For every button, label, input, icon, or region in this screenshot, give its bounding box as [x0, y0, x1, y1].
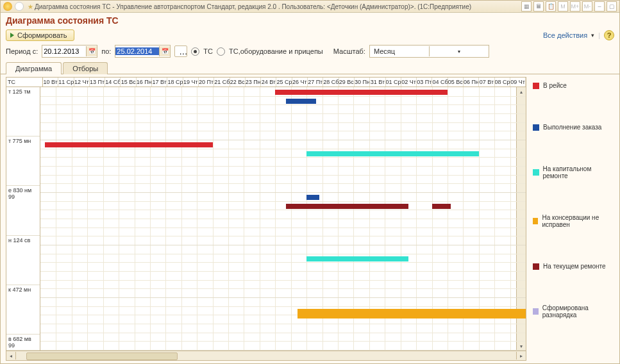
generate-label: Сформировать: [17, 31, 67, 39]
nav-back-icon[interactable]: [15, 2, 24, 11]
scale-select[interactable]: Месяц ▾: [369, 45, 489, 58]
timeline-col: 31 Вт: [370, 78, 385, 87]
scrollbar-horizontal[interactable]: ◂ ▸: [6, 351, 526, 360]
tb-m[interactable]: M: [558, 1, 568, 12]
tb-icon-3[interactable]: 📋: [546, 1, 556, 12]
gantt-bar[interactable]: [45, 142, 212, 147]
legend-label: В рейсе: [543, 82, 567, 89]
star-icon[interactable]: ★: [28, 3, 33, 10]
tb-icon-1[interactable]: ▦: [521, 1, 532, 12]
chevron-down-icon[interactable]: ▾: [591, 32, 594, 38]
minimize-icon[interactable]: –: [594, 1, 605, 12]
chart-container: ТС 10 Вт11 Ср12 Чт13 Пт14 Сб15 Вс16 Пн17…: [1, 74, 619, 363]
legend-label: Сформирована разнарядка: [542, 304, 614, 318]
row-head-label: ТС: [6, 78, 43, 87]
tab-bar: Диаграмма Отборы: [1, 62, 619, 74]
timeline-col: 23 Пн: [246, 78, 261, 87]
window-title: Диаграмма состояния ТС - Управление авто…: [35, 3, 471, 10]
main-toolbar: Сформировать Все действия ▾ | ?: [1, 27, 619, 44]
legend-item: На текущем ремонте: [533, 263, 614, 270]
tb-m-plus[interactable]: M+: [570, 1, 580, 12]
legend-label: Выполнение заказа: [543, 124, 601, 131]
timeline-col: 19 Чт: [183, 78, 199, 87]
tb-m-minus[interactable]: M-: [582, 1, 592, 12]
params-bar: Период с: 📅 по: 📅 … ТС ТС,оборудование и…: [1, 44, 619, 62]
timeline-col: 03 Пт: [417, 78, 432, 87]
gantt-bar[interactable]: [275, 90, 448, 95]
scroll-down-icon[interactable]: ▾: [517, 342, 526, 351]
scale-value: Месяц: [370, 47, 429, 55]
legend-label: На текущем ремонте: [543, 263, 606, 270]
timeline-col: 09 Чт: [510, 78, 526, 87]
page-title: Диаграмма состояния ТС: [6, 15, 614, 26]
gantt-bar[interactable]: [306, 256, 408, 261]
period-picker-button[interactable]: …: [174, 46, 187, 57]
gantt-bar[interactable]: [286, 204, 408, 209]
timeline-col: 26 Чт: [292, 78, 308, 87]
legend-label: На капитальном ремонте: [543, 165, 614, 179]
date-to-input[interactable]: [115, 47, 159, 55]
tab-diagram[interactable]: Диаграмма: [6, 62, 62, 74]
timeline-col: 18 Ср: [167, 78, 183, 87]
date-to-field[interactable]: 📅: [115, 45, 171, 58]
scale-label: Масштаб:: [333, 47, 365, 55]
legend-swatch: [533, 263, 539, 270]
row-labels: т 125 тмт 775 мне 830 нм 99н 124 свк 472…: [6, 87, 40, 351]
timeline-col: 06 Пн: [464, 78, 479, 87]
legend-label: На консервации не исправен: [542, 214, 614, 228]
window-titlebar: ★ Диаграмма состояния ТС - Управление ав…: [1, 1, 619, 13]
help-icon[interactable]: ?: [604, 30, 614, 40]
timeline-col: 30 Пн: [355, 78, 370, 87]
app-icon: [3, 2, 12, 11]
timeline-col: 14 Сб: [105, 78, 121, 87]
gantt-bar[interactable]: [306, 195, 319, 200]
legend-swatch: [533, 218, 538, 224]
legend-item: Сформирована разнарядка: [533, 304, 614, 318]
gantt-bar[interactable]: [297, 313, 526, 318]
date-from-input[interactable]: [42, 47, 86, 55]
calendar-icon[interactable]: 📅: [86, 46, 97, 56]
timeline-col: 17 Вт: [152, 78, 167, 87]
play-icon: [10, 33, 14, 38]
radio-equip-label: ТС,оборудование и прицепы: [229, 47, 323, 55]
legend-swatch: [533, 308, 539, 315]
timeline-col: 28 Сб: [323, 78, 339, 87]
timeline-col: 05 Вс: [448, 78, 464, 87]
timeline-col: 02 Чт: [401, 78, 417, 87]
legend-item: На капитальном ремонте: [533, 165, 614, 179]
chart-body: т 125 тмт 775 мне 830 нм 99н 124 свк 472…: [6, 87, 526, 351]
vehicle-row-label: к 472 мн: [6, 285, 40, 335]
generate-button[interactable]: Сформировать: [6, 29, 74, 41]
legend-swatch: [533, 83, 539, 89]
tb-icon-2[interactable]: 🖩: [533, 1, 544, 12]
vehicle-row-label: т 125 тм: [6, 87, 40, 136]
timeline-col: 16 Пн: [137, 78, 152, 87]
tab-filters[interactable]: Отборы: [63, 62, 108, 74]
timeline-col: 22 Вс: [230, 78, 246, 87]
scroll-up-icon[interactable]: ▴: [517, 87, 526, 96]
scroll-left-icon[interactable]: ◂: [6, 352, 16, 360]
date-from-field[interactable]: 📅: [42, 45, 97, 58]
all-actions-link[interactable]: Все действия: [543, 31, 587, 39]
legend-item: В рейсе: [533, 82, 614, 89]
legend-item: На консервации не исправен: [533, 214, 614, 228]
radio-ts[interactable]: [191, 47, 199, 56]
vehicle-row-label: е 830 нм 99: [6, 186, 40, 235]
gantt-bar[interactable]: [306, 151, 479, 156]
scroll-right-icon[interactable]: ▸: [516, 352, 526, 360]
timeline-col: 27 Пт: [308, 78, 323, 87]
chart-area: ТС 10 Вт11 Ср12 Чт13 Пт14 Сб15 Вс16 Пн17…: [6, 77, 526, 361]
chevron-down-icon[interactable]: ▾: [429, 46, 489, 56]
calendar-icon-2[interactable]: 📅: [159, 46, 170, 56]
gantt-bar[interactable]: [286, 99, 315, 104]
timeline-col: 12 Чт: [74, 78, 90, 87]
timeline-col: 10 Вт: [43, 78, 58, 87]
timeline-col: 21 Сб: [214, 78, 230, 87]
timeline-col: 13 Пт: [90, 78, 105, 87]
maximize-icon[interactable]: ▢: [607, 1, 617, 12]
gantt-bar[interactable]: [432, 204, 451, 209]
radio-equip[interactable]: [217, 47, 225, 56]
vehicle-row-label: н 124 св: [6, 236, 40, 285]
vehicle-row-label: т 775 мн: [6, 136, 40, 186]
period-to-label: по:: [101, 47, 111, 55]
